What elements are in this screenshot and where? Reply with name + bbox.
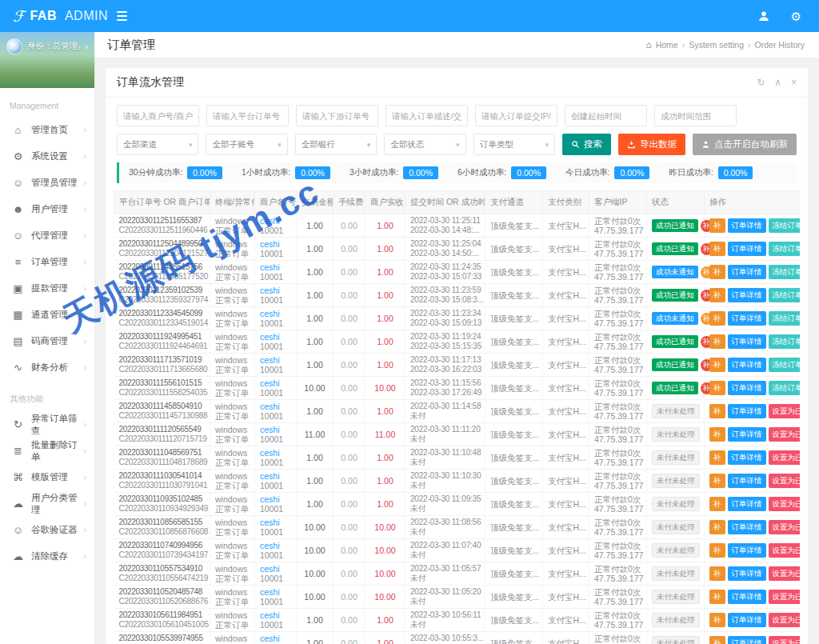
order-detail-button[interactable]: 订单详情	[728, 242, 766, 256]
merchant-name-link[interactable]: ceshi	[260, 216, 291, 226]
order-detail-button[interactable]: 订单详情	[728, 450, 766, 465]
merchant-name-link[interactable]: ceshi	[260, 518, 291, 527]
patch-button[interactable]: 补	[709, 636, 725, 644]
freeze-order-button[interactable]: 冻结订单	[769, 242, 801, 256]
filter-select-4[interactable]: 订单类型▾	[473, 134, 555, 155]
order-detail-button[interactable]: 订单详情	[728, 497, 766, 511]
set-paid-button[interactable]: 设置为已支付	[769, 427, 801, 442]
order-detail-button[interactable]: 订单详情	[728, 358, 766, 372]
order-detail-button[interactable]: 订单详情	[728, 218, 766, 233]
order-detail-button[interactable]: 订单详情	[728, 590, 766, 604]
sidebar-item-template[interactable]: ⌘模版管理›	[0, 464, 94, 490]
sidebar-item-order-list[interactable]: ≡订单管理›	[0, 249, 94, 275]
patch-button[interactable]: 补	[709, 427, 725, 442]
breadcrumb-home[interactable]: Home	[656, 40, 678, 50]
order-detail-button[interactable]: 订单详情	[728, 381, 766, 395]
patch-button[interactable]: 补	[709, 566, 725, 581]
set-paid-button[interactable]: 设置为已支付	[769, 543, 801, 558]
merchant-name-link[interactable]: ceshi	[260, 309, 291, 318]
set-paid-button[interactable]: 设置为已支付	[769, 474, 801, 488]
sidebar-item-batch-list[interactable]: ≣批量删除订单›	[0, 438, 94, 464]
merchant-name-link[interactable]: ceshi	[260, 332, 291, 342]
patch-button[interactable]: 补	[709, 381, 725, 395]
filter-input-5[interactable]	[565, 105, 647, 126]
patch-button[interactable]: 补	[709, 450, 725, 465]
patch-button[interactable]: 补	[709, 358, 725, 372]
freeze-order-button[interactable]: 冻结订单	[769, 334, 801, 349]
gear-icon[interactable]: ⚙	[791, 10, 801, 22]
panel-close-icon[interactable]: ×	[791, 77, 797, 88]
set-paid-button[interactable]: 设置为已支付	[769, 613, 801, 627]
user-icon[interactable]	[757, 10, 770, 22]
order-detail-button[interactable]: 订单详情	[728, 566, 766, 581]
order-detail-button[interactable]: 订单详情	[728, 520, 766, 534]
patch-button[interactable]: 补	[709, 288, 725, 302]
freeze-order-button[interactable]: 冻结订单	[769, 381, 801, 395]
patch-button[interactable]: 补	[709, 613, 725, 627]
panel-refresh-icon[interactable]: ↻	[757, 77, 765, 88]
set-paid-button[interactable]: 设置为已支付	[769, 636, 801, 644]
set-paid-button[interactable]: 设置为已支付	[769, 450, 801, 465]
filter-select-2[interactable]: 全部银行▾	[295, 134, 377, 155]
search-button[interactable]: 搜索	[562, 134, 611, 155]
merchant-name-link[interactable]: ceshi	[260, 634, 291, 643]
sidebar-item-user-category-cloud[interactable]: ☁用户分类管理›	[0, 490, 94, 517]
merchant-name-link[interactable]: ceshi	[260, 587, 291, 597]
merchant-name-link[interactable]: ceshi	[260, 494, 291, 504]
freeze-order-button[interactable]: 冻结订单	[769, 311, 801, 326]
freeze-order-button[interactable]: 冻结订单	[769, 358, 801, 372]
patch-button[interactable]: 补	[709, 242, 725, 256]
menu-toggle-icon[interactable]	[117, 11, 127, 21]
set-paid-button[interactable]: 设置为已支付	[769, 520, 801, 534]
sidebar-item-authenticator-user[interactable]: ☺谷歌验证器›	[0, 517, 94, 543]
order-detail-button[interactable]: 订单详情	[728, 404, 766, 418]
export-data-button[interactable]: 导出数据	[618, 134, 685, 155]
sidebar-item-home[interactable]: ⌂管理首页›	[0, 117, 94, 143]
breadcrumb-system-setting[interactable]: System setting	[689, 40, 744, 50]
sidebar-item-agent-user[interactable]: ☺代理管理›	[0, 222, 94, 249]
patch-button[interactable]: 补	[709, 218, 725, 233]
sidebar-item-card-book[interactable]: ▤码商管理›	[0, 328, 94, 354]
order-detail-button[interactable]: 订单详情	[728, 334, 766, 349]
sidebar-item-cache-cloud[interactable]: ☁清除缓存›	[0, 543, 94, 570]
freeze-order-button[interactable]: 冻结订单	[769, 218, 801, 233]
set-paid-button[interactable]: 设置为已支付	[769, 566, 801, 581]
patch-button[interactable]: 补	[709, 543, 725, 558]
merchant-name-link[interactable]: ceshi	[260, 262, 291, 272]
filter-input-3[interactable]	[386, 105, 468, 126]
patch-button[interactable]: 补	[709, 404, 725, 418]
order-detail-button[interactable]: 订单详情	[728, 427, 766, 442]
filter-input-6[interactable]	[654, 105, 737, 126]
filter-input-4[interactable]	[475, 105, 557, 126]
merchant-name-link[interactable]: ceshi	[260, 541, 291, 550]
merchant-name-link[interactable]: ceshi	[260, 471, 291, 481]
sidebar-item-users-group[interactable]: ☻用户管理›	[0, 196, 94, 222]
merchant-name-link[interactable]: ceshi	[260, 286, 291, 295]
merchant-name-link[interactable]: ceshi	[260, 564, 291, 574]
set-paid-button[interactable]: 设置为已支付	[769, 497, 801, 511]
sidebar-item-refresh[interactable]: ↻异常订单筛查›	[0, 411, 94, 438]
order-detail-button[interactable]: 订单详情	[728, 613, 766, 627]
patch-button[interactable]: 补	[709, 334, 725, 349]
merchant-name-link[interactable]: ceshi	[260, 239, 291, 249]
patch-button[interactable]: 补	[709, 311, 725, 326]
merchant-name-link[interactable]: ceshi	[260, 610, 291, 620]
freeze-order-button[interactable]: 冻结订单	[769, 265, 801, 279]
sidebar-item-admin-user[interactable]: ☺管理员管理›	[0, 170, 94, 196]
filter-input-0[interactable]	[117, 105, 199, 126]
sidebar-item-gears[interactable]: ⚙系统设置›	[0, 143, 94, 170]
filter-input-1[interactable]	[206, 105, 289, 126]
patch-button[interactable]: 补	[709, 520, 725, 534]
patch-button[interactable]: 补	[709, 497, 725, 511]
merchant-name-link[interactable]: ceshi	[260, 425, 291, 434]
set-paid-button[interactable]: 设置为已支付	[769, 590, 801, 604]
order-detail-button[interactable]: 订单详情	[728, 288, 766, 302]
sidebar-item-finance-chart[interactable]: ∿财务分析›	[0, 354, 94, 381]
set-paid-button[interactable]: 设置为已支付	[769, 404, 801, 418]
merchant-name-link[interactable]: ceshi	[260, 355, 291, 365]
auto-refresh-button[interactable]: 点击开启自动刷新	[693, 134, 797, 155]
filter-select-0[interactable]: 全部渠道▾	[117, 134, 198, 155]
merchant-name-link[interactable]: ceshi	[260, 448, 291, 458]
user-profile-row[interactable]: 身份：总管理员 ›	[6, 38, 88, 54]
merchant-name-link[interactable]: ceshi	[260, 402, 291, 411]
